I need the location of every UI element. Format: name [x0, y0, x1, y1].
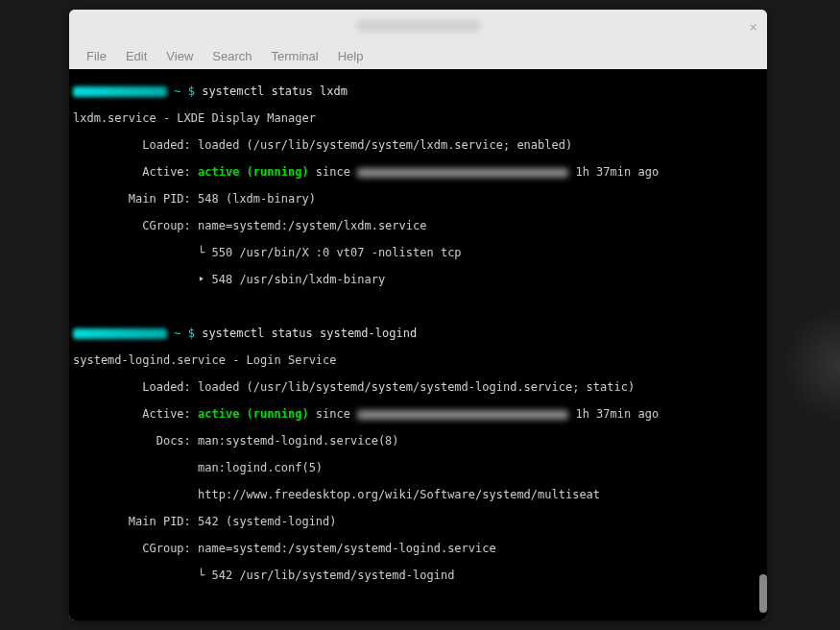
output-line: ‣ 548 /usr/sbin/lxdm-binary	[73, 273, 763, 286]
since-label: since	[309, 165, 358, 179]
output-line: lxdm.service - LXDE Display Manager	[73, 111, 763, 125]
output-line: └ 550 /usr/bin/X :0 vt07 -nolisten tcp	[73, 246, 763, 259]
output-line: man:logind.conf(5)	[73, 461, 763, 474]
since-label: since	[309, 407, 358, 421]
output-line: Loaded: loaded (/usr/lib/systemd/system/…	[73, 138, 763, 152]
command-text: systemctl status lxdm	[202, 85, 348, 98]
terminal-body[interactable]: ~ $ systemctl status lxdm lxdm.service -…	[69, 69, 767, 620]
output-line: └ 542 /usr/lib/systemd/systemd-logind	[73, 569, 763, 582]
active-label: Active:	[73, 165, 198, 179]
hostname-blurred	[73, 328, 167, 339]
timestamp-blurred	[357, 410, 568, 420]
active-status: active (running)	[198, 407, 309, 421]
blank-line	[73, 300, 763, 313]
prompt-line: ~ $ systemctl status lxdm	[73, 85, 763, 98]
hostname-blurred	[73, 86, 167, 97]
output-line: Main PID: 542 (systemd-logind)	[73, 515, 763, 528]
menu-edit[interactable]: Edit	[116, 45, 156, 67]
output-line: Loaded: loaded (/usr/lib/systemd/system/…	[73, 380, 763, 394]
output-line: CGroup: name=systemd:/system/systemd-log…	[73, 542, 763, 555]
output-line: Main PID: 548 (lxdm-binary)	[73, 192, 763, 206]
ago-text: 1h 37min ago	[568, 165, 659, 179]
menu-help[interactable]: Help	[328, 45, 373, 67]
menu-file[interactable]: File	[77, 45, 116, 67]
active-status: active (running)	[198, 165, 309, 179]
window-title-blurred	[356, 20, 481, 32]
active-label: Active:	[73, 407, 198, 421]
menubar: File Edit View Search Terminal Help	[69, 42, 767, 69]
close-button[interactable]: ×	[750, 19, 757, 35]
prompt-line: ~ $ systemctl status systemd-logind	[73, 327, 763, 340]
output-line: Active: active (running) since 1h 37min …	[73, 407, 763, 421]
command-text: systemctl status systemd-logind	[202, 327, 417, 340]
output-line: systemd-logind.service - Login Service	[73, 353, 763, 367]
prompt-dollar: $	[188, 85, 195, 98]
menu-view[interactable]: View	[156, 45, 203, 67]
blank-line	[73, 595, 763, 609]
output-line: Docs: man:systemd-logind.service(8)	[73, 434, 763, 448]
output-line: http://www.freedesktop.org/wiki/Software…	[73, 488, 763, 501]
window-titlebar[interactable]: ×	[69, 10, 767, 42]
timestamp-blurred	[357, 168, 568, 178]
scrollbar-thumb[interactable]	[759, 574, 767, 613]
output-line: Active: active (running) since 1h 37min …	[73, 165, 763, 179]
prompt-tilde: ~	[174, 327, 180, 340]
menu-terminal[interactable]: Terminal	[262, 45, 328, 67]
prompt-tilde: ~	[174, 85, 180, 98]
prompt-dollar: $	[188, 327, 195, 340]
menu-search[interactable]: Search	[203, 45, 261, 67]
output-line: CGroup: name=systemd:/system/lxdm.servic…	[73, 219, 763, 232]
terminal-window: × File Edit View Search Terminal Help ~ …	[69, 10, 767, 620]
ago-text: 1h 37min ago	[568, 407, 659, 421]
